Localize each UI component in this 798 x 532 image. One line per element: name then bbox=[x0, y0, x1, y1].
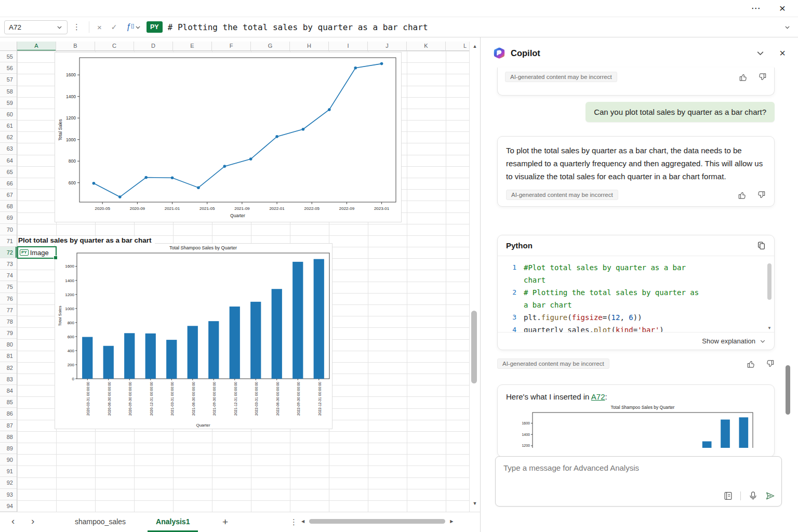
row-header-75[interactable]: 75 bbox=[0, 281, 17, 292]
insert-function-icon[interactable]: ƒ[ ] bbox=[127, 22, 134, 32]
row-header-87[interactable]: 87 bbox=[0, 420, 17, 431]
window-close-icon[interactable]: × bbox=[779, 2, 786, 15]
selected-cell-a72[interactable]: PY Image bbox=[17, 246, 57, 259]
name-box[interactable]: A72 bbox=[4, 20, 68, 34]
thumbs-down-icon[interactable] bbox=[757, 191, 766, 200]
row-header-68[interactable]: 68 bbox=[0, 201, 17, 212]
thumbs-down-icon[interactable] bbox=[758, 73, 767, 82]
sales-bar-chart[interactable]: Total Shampoo Sales by Quarter0200400600… bbox=[55, 244, 333, 430]
message-input-box[interactable] bbox=[495, 456, 782, 507]
collapse-panel-icon[interactable] bbox=[756, 49, 765, 58]
row-header-73[interactable]: 73 bbox=[0, 258, 17, 270]
show-explanation-button[interactable]: Show explanation bbox=[702, 337, 755, 345]
row-header-80[interactable]: 80 bbox=[0, 339, 17, 350]
row-header-92[interactable]: 92 bbox=[0, 477, 17, 488]
hscroll-thumb[interactable] bbox=[309, 519, 445, 524]
sheet-tab-shampoo_sales[interactable]: shampoo_sales bbox=[66, 512, 134, 532]
scroll-left-icon[interactable]: ◀ bbox=[301, 519, 304, 524]
sales-line-chart[interactable]: 6008001000120014001600Total Sales2020-05… bbox=[55, 52, 402, 223]
tab-nav-left-icon[interactable]: ‹ bbox=[11, 515, 15, 527]
scroll-down-icon[interactable]: ▼ bbox=[470, 501, 480, 506]
row-header-62[interactable]: 62 bbox=[0, 131, 17, 143]
window-more-icon[interactable]: ⋯ bbox=[751, 3, 761, 14]
row-header-84[interactable]: 84 bbox=[0, 385, 17, 396]
column-header-G[interactable]: G bbox=[251, 42, 290, 51]
row-header-71[interactable]: 71 bbox=[0, 235, 17, 247]
row-header-93[interactable]: 93 bbox=[0, 489, 17, 500]
row-header-64[interactable]: 64 bbox=[0, 155, 17, 166]
close-panel-icon[interactable]: × bbox=[779, 47, 786, 59]
column-header-B[interactable]: B bbox=[56, 42, 95, 51]
column-header-A[interactable]: A bbox=[17, 42, 56, 51]
send-icon[interactable] bbox=[765, 491, 775, 501]
column-header-H[interactable]: H bbox=[290, 42, 329, 51]
cancel-icon[interactable]: × bbox=[97, 23, 102, 32]
panel-scroll-thumb[interactable] bbox=[786, 365, 790, 415]
select-all-corner[interactable] bbox=[0, 42, 17, 51]
more-options-icon[interactable]: ⋮ bbox=[73, 22, 81, 32]
sheet-tab-Analysis1[interactable]: Analysis1 bbox=[148, 512, 198, 532]
row-header-82[interactable]: 82 bbox=[0, 362, 17, 374]
row-header-89[interactable]: 89 bbox=[0, 443, 17, 454]
enter-icon[interactable]: ✓ bbox=[111, 23, 117, 31]
row-header-83[interactable]: 83 bbox=[0, 374, 17, 385]
row-header-91[interactable]: 91 bbox=[0, 466, 17, 477]
column-header-I[interactable]: I bbox=[329, 42, 368, 51]
formula-bar-expand-icon[interactable] bbox=[784, 24, 791, 31]
mic-icon[interactable] bbox=[748, 491, 758, 501]
column-header-F[interactable]: F bbox=[212, 42, 251, 51]
message-input[interactable] bbox=[496, 457, 781, 485]
code-scroll-down-icon[interactable]: ▼ bbox=[767, 326, 772, 330]
insert-function-chevron-icon[interactable] bbox=[135, 24, 141, 31]
row-header-56[interactable]: 56 bbox=[0, 62, 17, 74]
column-header-K[interactable]: K bbox=[407, 42, 446, 51]
row-header-81[interactable]: 81 bbox=[0, 350, 17, 362]
scroll-right-icon[interactable]: ▶ bbox=[450, 519, 453, 524]
column-header-L[interactable]: L bbox=[446, 42, 469, 51]
row-header-59[interactable]: 59 bbox=[0, 97, 17, 109]
column-header-E[interactable]: E bbox=[173, 42, 212, 51]
row-header-61[interactable]: 61 bbox=[0, 120, 17, 131]
row-header-79[interactable]: 79 bbox=[0, 327, 17, 339]
row-header-86[interactable]: 86 bbox=[0, 408, 17, 419]
sheet-options-icon[interactable]: ⋮ bbox=[290, 517, 298, 527]
column-header-J[interactable]: J bbox=[368, 42, 407, 51]
row-header-72[interactable]: 72 bbox=[0, 247, 17, 258]
column-header-C[interactable]: C bbox=[95, 42, 134, 51]
row-header-77[interactable]: 77 bbox=[0, 304, 17, 316]
row-header-90[interactable]: 90 bbox=[0, 454, 17, 466]
row-header-85[interactable]: 85 bbox=[0, 396, 17, 408]
row-header-55[interactable]: 55 bbox=[0, 51, 17, 62]
formula-input[interactable]: # Plotting the total sales by quarter as… bbox=[168, 22, 777, 32]
prompt-guide-icon[interactable] bbox=[723, 491, 733, 501]
tab-nav-right-icon[interactable]: › bbox=[31, 515, 34, 527]
row-header-94[interactable]: 94 bbox=[0, 500, 17, 512]
horizontal-scrollbar[interactable]: ◀ ▶ bbox=[301, 519, 473, 524]
add-sheet-button[interactable]: + bbox=[222, 516, 228, 528]
row-header-66[interactable]: 66 bbox=[0, 178, 17, 189]
row-header-78[interactable]: 78 bbox=[0, 316, 17, 327]
code-scroll-thumb[interactable] bbox=[767, 263, 772, 300]
row-header-74[interactable]: 74 bbox=[0, 270, 17, 281]
copy-code-icon[interactable] bbox=[757, 241, 766, 250]
grid-vertical-scrollbar[interactable] bbox=[469, 42, 480, 512]
thumbs-down-icon[interactable] bbox=[766, 360, 775, 368]
thumbs-up-icon[interactable] bbox=[747, 360, 755, 368]
line-chart-object[interactable]: 6008001000120014001600Total Sales2020-05… bbox=[55, 52, 402, 222]
row-header-58[interactable]: 58 bbox=[0, 86, 17, 97]
thumbs-up-icon[interactable] bbox=[738, 191, 747, 200]
row-header-60[interactable]: 60 bbox=[0, 109, 17, 120]
name-box-chevron-icon[interactable] bbox=[56, 24, 63, 31]
row-header-65[interactable]: 65 bbox=[0, 166, 17, 178]
thumbs-up-icon[interactable] bbox=[739, 73, 748, 82]
grid-scroll-thumb[interactable] bbox=[471, 311, 477, 383]
scroll-up-icon[interactable]: ▲ bbox=[470, 44, 480, 49]
bar-chart-object[interactable]: Total Shampoo Sales by Quarter0200400600… bbox=[55, 243, 332, 429]
column-header-D[interactable]: D bbox=[134, 42, 173, 51]
row-header-76[interactable]: 76 bbox=[0, 293, 17, 304]
row-header-63[interactable]: 63 bbox=[0, 143, 17, 154]
cell-reference-link[interactable]: A72 bbox=[591, 392, 605, 401]
row-header-88[interactable]: 88 bbox=[0, 431, 17, 443]
row-header-57[interactable]: 57 bbox=[0, 74, 17, 85]
row-header-67[interactable]: 67 bbox=[0, 189, 17, 201]
